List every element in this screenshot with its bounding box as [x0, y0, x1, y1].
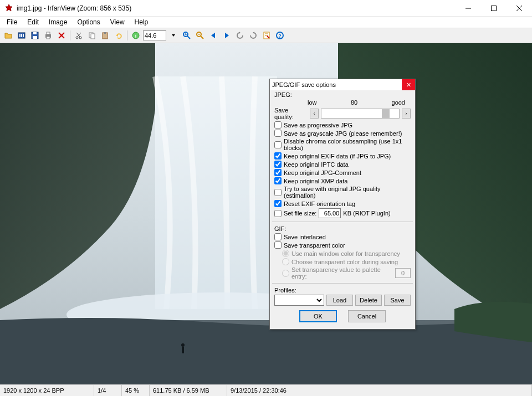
- save-quality-label: Save quality:: [274, 107, 308, 120]
- quality-decrease-button[interactable]: ‹: [310, 109, 319, 119]
- cut-icon[interactable]: [73, 29, 85, 42]
- transparent-label: Save transparent color: [284, 242, 345, 249]
- grayscale-label: Save as grayscale JPG (please remember!): [284, 130, 402, 137]
- zoom-input[interactable]: [143, 30, 166, 40]
- svg-rect-21: [91, 34, 95, 39]
- profiles-select[interactable]: [274, 295, 324, 306]
- window-controls: [456, 0, 532, 16]
- minimize-button[interactable]: [456, 0, 481, 17]
- statusbar: 1920 x 1200 x 24 BPP 1/4 45 % 611.75 KB …: [0, 384, 532, 396]
- setentry-radio: [282, 270, 289, 277]
- svg-text:i: i: [135, 33, 137, 39]
- load-button[interactable]: Load: [326, 295, 353, 306]
- zoom-dropdown-icon[interactable]: [167, 29, 180, 42]
- window-title: img1.jpg - IrfanView (Zoom: 856 x 535): [17, 4, 456, 12]
- usemain-radio: [282, 250, 289, 257]
- ok-button[interactable]: OK: [299, 310, 337, 322]
- quality-low-label: low: [308, 99, 317, 106]
- iptc-label: Keep original IPTC data: [284, 161, 349, 168]
- dialog-close-button[interactable]: ✕: [402, 79, 415, 90]
- open-icon[interactable]: [2, 29, 14, 42]
- menubar: File Edit Image Options View Help: [0, 17, 532, 28]
- quality-increase-button[interactable]: ›: [402, 109, 411, 119]
- svg-rect-38: [155, 76, 277, 309]
- iptc-checkbox[interactable]: [274, 161, 282, 168]
- next-icon[interactable]: [221, 29, 233, 42]
- menu-help[interactable]: Help: [130, 17, 153, 27]
- delete-button[interactable]: Delete: [355, 295, 382, 306]
- dialog-title: JPEG/GIF save options: [270, 81, 402, 88]
- toolbar-separator: [127, 30, 127, 40]
- rotate-right-icon[interactable]: [247, 29, 259, 42]
- progressive-label: Save as progressive JPG: [284, 122, 352, 128]
- status-filesize: 611.75 KB / 6.59 MB: [150, 385, 227, 396]
- menu-options[interactable]: Options: [73, 17, 104, 27]
- titlebar: img1.jpg - IrfanView (Zoom: 856 x 535): [0, 0, 532, 17]
- chroma-checkbox[interactable]: [274, 141, 282, 148]
- rotate-left-icon[interactable]: [234, 29, 246, 42]
- svg-rect-12: [47, 32, 50, 34]
- maximize-button[interactable]: [481, 0, 507, 17]
- setentry-label: Set transparency value to palette entry:: [291, 266, 393, 280]
- svg-rect-5: [19, 34, 21, 37]
- transparent-checkbox[interactable]: [274, 241, 282, 249]
- filesize-input[interactable]: [319, 208, 341, 218]
- xmp-checkbox[interactable]: [274, 177, 282, 184]
- save-button[interactable]: Save: [384, 295, 411, 306]
- prev-icon[interactable]: [207, 29, 219, 42]
- svg-point-41: [181, 343, 185, 347]
- origquality-label: Try to save with original JPG quality (e…: [284, 186, 411, 199]
- grayscale-checkbox[interactable]: [274, 130, 282, 137]
- dialog-titlebar[interactable]: JPEG/GIF save options ✕: [270, 79, 415, 90]
- slideshow-icon[interactable]: [16, 29, 28, 42]
- setfilesize-checkbox[interactable]: [274, 210, 282, 217]
- interlaced-checkbox[interactable]: [274, 233, 282, 240]
- svg-rect-42: [182, 347, 184, 353]
- info-icon[interactable]: i: [130, 29, 142, 42]
- jpeg-section-label: JPEG:: [274, 91, 411, 98]
- profiles-label: Profiles:: [274, 287, 411, 294]
- save-icon[interactable]: [29, 29, 41, 42]
- svg-rect-13: [47, 37, 50, 39]
- usemain-label: Use main window color for transparency: [291, 250, 400, 257]
- origquality-checkbox[interactable]: [274, 189, 282, 196]
- close-button[interactable]: [507, 0, 532, 17]
- toolbar: i ?: [0, 28, 532, 43]
- copy-icon[interactable]: [86, 29, 98, 42]
- jpgcomment-checkbox[interactable]: [274, 169, 282, 176]
- app-icon: [4, 4, 13, 13]
- about-icon[interactable]: ?: [274, 29, 286, 42]
- delete-icon[interactable]: [55, 29, 68, 42]
- properties-icon[interactable]: [260, 29, 273, 42]
- toolbar-separator: [70, 30, 70, 40]
- status-datetime: 9/13/2015 / 22:30:46: [227, 385, 532, 396]
- resetexif-checkbox[interactable]: [274, 200, 282, 207]
- menu-file[interactable]: File: [2, 17, 22, 27]
- interlaced-label: Save interlaced: [284, 234, 326, 240]
- paste-icon[interactable]: [99, 29, 111, 42]
- image-canvas: JPEG/GIF save options ✕ JPEG: low 80 goo…: [0, 43, 532, 384]
- svg-line-27: [187, 36, 190, 39]
- menu-image[interactable]: Image: [44, 17, 71, 27]
- print-icon[interactable]: [42, 29, 54, 42]
- zoom-in-icon[interactable]: [181, 29, 193, 42]
- zoom-out-icon[interactable]: [194, 29, 206, 42]
- cancel-button[interactable]: Cancel: [348, 310, 386, 322]
- svg-rect-23: [104, 32, 106, 34]
- svg-point-16: [76, 37, 78, 39]
- progressive-checkbox[interactable]: [274, 121, 282, 128]
- transparency-entry-input: [395, 268, 411, 278]
- undo-icon[interactable]: [112, 29, 125, 42]
- menu-view[interactable]: View: [106, 17, 129, 27]
- exif-checkbox[interactable]: [274, 152, 282, 160]
- svg-text:?: ?: [278, 33, 282, 39]
- menu-edit[interactable]: Edit: [23, 17, 43, 27]
- status-dimensions: 1920 x 1200 x 24 BPP: [0, 385, 94, 396]
- choose-radio: [282, 258, 289, 265]
- svg-rect-10: [33, 36, 37, 39]
- svg-point-17: [79, 37, 81, 39]
- jpgcomment-label: Keep original JPG-Comment: [284, 169, 361, 176]
- xmp-label: Keep original XMP data: [284, 178, 347, 184]
- svg-rect-7: [23, 34, 24, 37]
- quality-slider[interactable]: [321, 109, 400, 119]
